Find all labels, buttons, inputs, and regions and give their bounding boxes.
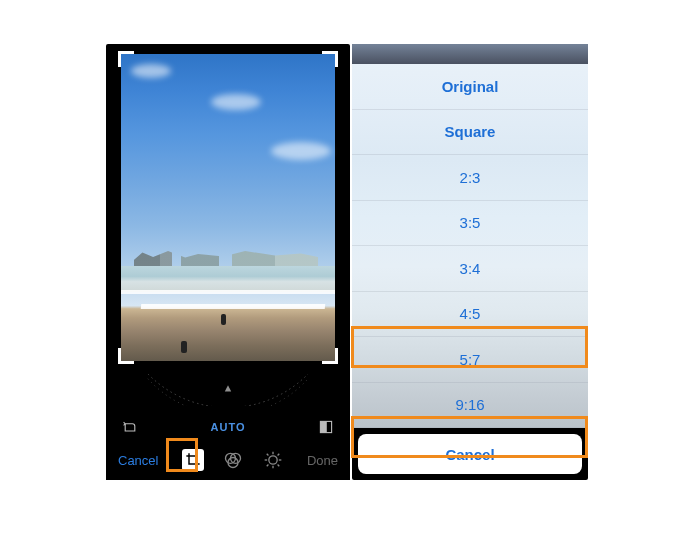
cancel-label: Cancel: [445, 446, 494, 463]
cloud-decoration: [211, 94, 261, 110]
aspect-ratio-icon[interactable]: [318, 419, 334, 435]
aspect-ratio-option-2-3[interactable]: 2:3: [352, 155, 588, 201]
editor-bottom-bar: Cancel Done: [106, 440, 350, 480]
crop-handle-top-left[interactable]: [118, 51, 134, 67]
photo-wave: [141, 304, 326, 309]
photo-wave: [121, 290, 335, 294]
photo-crop-area[interactable]: [121, 54, 335, 361]
adjust-tool-icon[interactable]: [262, 449, 284, 471]
aspect-ratio-list: Original Square 2:3 3:5 3:4 4:5 5:7 9:16: [352, 64, 588, 428]
svg-line-13: [266, 465, 268, 467]
sheet-cancel-button[interactable]: Cancel: [358, 434, 582, 474]
crop-handle-bottom-right[interactable]: [322, 348, 338, 364]
editor-tools: [182, 449, 284, 471]
option-label: 4:5: [460, 305, 481, 322]
cloud-decoration: [131, 64, 171, 78]
crop-tool-icon[interactable]: [182, 449, 204, 471]
svg-line-11: [266, 454, 268, 456]
crop-options-row: AUTO: [106, 414, 350, 440]
aspect-ratio-option-9-16[interactable]: 9:16: [352, 383, 588, 429]
option-label: 3:5: [460, 214, 481, 231]
done-button[interactable]: Done: [307, 453, 338, 468]
aspect-ratio-sheet-panel: Original Square 2:3 3:5 3:4 4:5 5:7 9:16…: [352, 44, 588, 480]
photo-person: [221, 314, 226, 325]
svg-marker-0: [225, 385, 231, 391]
option-label: 9:16: [455, 396, 484, 413]
option-label: Original: [442, 78, 499, 95]
svg-rect-2: [320, 421, 326, 432]
aspect-ratio-option-original[interactable]: Original: [352, 64, 588, 110]
filters-tool-icon[interactable]: [222, 449, 244, 471]
svg-line-14: [277, 454, 279, 456]
auto-label[interactable]: AUTO: [211, 421, 246, 433]
svg-point-6: [269, 456, 277, 464]
rotate-icon[interactable]: [122, 419, 138, 435]
crop-handle-bottom-left[interactable]: [118, 348, 134, 364]
aspect-ratio-sheet: Original Square 2:3 3:5 3:4 4:5 5:7 9:16: [352, 44, 588, 428]
option-label: 2:3: [460, 169, 481, 186]
aspect-ratio-option-4-5[interactable]: 4:5: [352, 292, 588, 338]
aspect-ratio-option-5-7[interactable]: 5:7: [352, 337, 588, 383]
aspect-ratio-option-3-5[interactable]: 3:5: [352, 201, 588, 247]
option-label: 3:4: [460, 260, 481, 277]
rotation-dial[interactable]: [136, 374, 320, 406]
aspect-ratio-option-3-4[interactable]: 3:4: [352, 246, 588, 292]
svg-line-12: [277, 465, 279, 467]
sheet-header-bg: [352, 44, 588, 64]
cloud-decoration: [271, 142, 331, 160]
photo-person: [181, 341, 187, 353]
aspect-ratio-option-square[interactable]: Square: [352, 110, 588, 156]
option-label: Square: [445, 123, 496, 140]
option-label: 5:7: [460, 351, 481, 368]
photo-water: [121, 266, 335, 292]
cancel-button[interactable]: Cancel: [118, 453, 158, 468]
photo-mountains: [121, 239, 335, 269]
photo-editor-panel: AUTO Cancel Done: [106, 44, 350, 480]
crop-handle-top-right[interactable]: [322, 51, 338, 67]
